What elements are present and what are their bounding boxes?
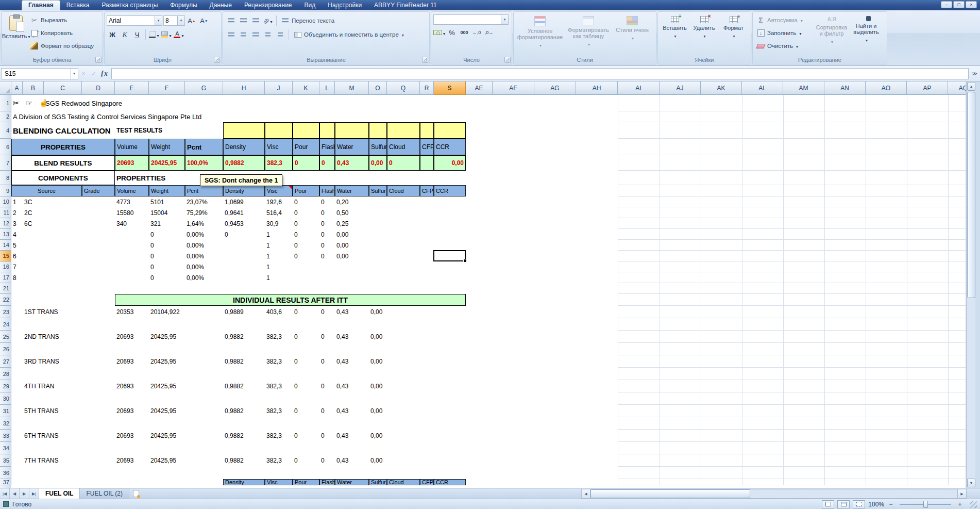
font-size-select[interactable]: 8 — [163, 15, 185, 26]
grid-cell[interactable]: 192,6 — [265, 196, 293, 207]
grid-cell[interactable]: Sulfur — [369, 479, 387, 485]
grid-cell[interactable]: 0 — [319, 251, 335, 261]
last-sheet-button[interactable]: ▶| — [29, 488, 39, 499]
column-header-S[interactable]: S — [434, 81, 466, 95]
ribbon-tab[interactable]: Надстройки — [322, 1, 368, 10]
grid-cell[interactable]: 3RD TRANS — [23, 355, 82, 368]
grid-cell[interactable]: TEST RESULTS — [115, 122, 185, 139]
grid-cell[interactable]: 0 — [293, 251, 319, 261]
grid-cell[interactable]: CCR — [434, 185, 466, 196]
grid-cell[interactable]: 30,9 — [265, 218, 293, 229]
cell-styles-button[interactable]: Стили ячеек — [613, 13, 652, 56]
grid-cell[interactable]: 1,0699 — [223, 196, 265, 207]
grid-cell[interactable]: 2C — [23, 207, 44, 218]
row-header-6[interactable]: 6 — [0, 139, 11, 155]
grid-cell[interactable]: 0 — [293, 454, 319, 467]
insert-cells-button[interactable]: + Вставить — [660, 13, 689, 56]
active-cell-outline[interactable] — [433, 250, 466, 261]
grid-cell[interactable]: SGS Redwood Singapore — [44, 95, 185, 111]
grid-cell[interactable]: 3C — [23, 196, 44, 207]
grid-cell[interactable]: 5TH TRANS — [23, 405, 82, 417]
grid-cell[interactable]: BLEND RESULTS — [11, 155, 115, 171]
fill-button[interactable]: ↓Заполнить — [755, 27, 815, 39]
grid-cell[interactable]: 0,00 — [335, 229, 369, 240]
column-header-Q[interactable]: Q — [387, 81, 420, 95]
grid-cell[interactable]: Visc — [265, 479, 293, 485]
row-header-25[interactable]: 25 — [0, 331, 11, 343]
grid-cell[interactable]: Cloud — [387, 479, 420, 485]
grid-cell[interactable]: Pour — [293, 479, 319, 485]
grid-cell[interactable]: 0,9882 — [223, 380, 265, 392]
ribbon-tab[interactable]: Данные — [204, 1, 238, 10]
grid-cell[interactable]: Pcnt — [185, 185, 223, 196]
horizontal-scrollbar[interactable]: ◀ ▶ — [581, 489, 967, 499]
grid-cell[interactable]: 20693 — [115, 405, 149, 417]
grid-cell[interactable]: 0 — [319, 405, 335, 417]
row-header-30[interactable]: 30 — [0, 392, 11, 405]
percent-format-button[interactable]: % — [446, 27, 458, 38]
column-header-AK[interactable]: AK — [701, 81, 742, 95]
orientation-button[interactable]: ab — [262, 15, 274, 26]
vertical-scroll-thumb[interactable] — [967, 92, 975, 298]
grid-cell[interactable]: Water — [335, 139, 369, 155]
column-header-AF[interactable]: AF — [493, 81, 534, 95]
column-header-G[interactable]: G — [185, 81, 223, 95]
grid-cell[interactable]: Density — [223, 479, 265, 485]
row-header-35[interactable]: 35 — [0, 454, 11, 467]
grid-cell[interactable] — [420, 122, 434, 139]
format-painter-button[interactable]: Формат по образцу — [28, 40, 95, 52]
column-header-K[interactable]: K — [293, 81, 319, 95]
grid-cell[interactable]: Weight — [149, 185, 185, 196]
grid-cell[interactable]: A Division of SGS Testing & Control Serv… — [11, 111, 265, 122]
grid-cell[interactable]: 1,64% — [185, 218, 223, 229]
grid-cell[interactable]: 0 — [293, 355, 319, 368]
grid-cell[interactable]: Volume — [115, 185, 149, 196]
grid-cell[interactable]: Flash — [319, 479, 335, 485]
macro-record-icon[interactable] — [3, 501, 9, 507]
grid-cell[interactable]: 0,00 — [335, 251, 369, 261]
grid-cell[interactable] — [293, 122, 319, 139]
grid-cell[interactable]: 0 — [319, 207, 335, 218]
zoom-out-button[interactable]: − — [887, 501, 894, 508]
insert-worksheet-button[interactable] — [129, 488, 143, 499]
grid-cell[interactable]: 0,20 — [335, 196, 369, 207]
grid-cell[interactable]: 0,00 — [369, 331, 387, 343]
grid-cell[interactable]: 0,00% — [185, 251, 223, 261]
grid-cell[interactable]: 0 — [293, 306, 319, 318]
row-header-17[interactable]: 17 — [0, 272, 11, 283]
first-sheet-button[interactable]: |◀ — [0, 488, 10, 499]
row-header-9[interactable]: 9 — [0, 185, 11, 196]
grid-cell[interactable]: 15004 — [149, 207, 185, 218]
page-layout-view-button[interactable] — [837, 500, 850, 508]
grid-cell[interactable] — [223, 122, 265, 139]
grid-cell[interactable] — [387, 122, 420, 139]
grid-cell[interactable]: 0 — [319, 229, 335, 240]
grid-cell[interactable]: CFPP — [420, 479, 434, 485]
grid-cell[interactable]: 75,29% — [185, 207, 223, 218]
grid-cell[interactable]: BLENDING CALCULATION — [11, 122, 115, 139]
row-header-37[interactable]: 37 — [0, 479, 11, 485]
grid-cell[interactable]: 0 — [293, 207, 319, 218]
grid-cell[interactable]: 0,00 — [369, 306, 387, 318]
scroll-up-arrow[interactable]: ▲ — [967, 82, 975, 91]
column-header-AQ[interactable]: AQ — [948, 81, 966, 95]
grid-cell[interactable]: Sulfur — [369, 139, 387, 155]
grid-cell[interactable]: 0 — [319, 218, 335, 229]
grid-cell[interactable]: 0 — [319, 380, 335, 392]
paste-button[interactable]: Вставить — [4, 13, 28, 56]
grid-cell[interactable]: Grade — [82, 185, 115, 196]
grid-cell[interactable] — [369, 122, 387, 139]
grid-cell[interactable]: 0,43 — [335, 454, 369, 467]
column-header-AL[interactable]: AL — [742, 81, 783, 95]
row-header-14[interactable]: 14 — [0, 240, 11, 251]
expand-formula-bar-icon[interactable]: ≫ — [971, 68, 979, 79]
grid-cell[interactable]: 15580 — [115, 207, 149, 218]
row-header-28[interactable]: 28 — [0, 368, 11, 380]
align-center-button[interactable] — [238, 29, 249, 40]
grid-cell[interactable] — [434, 122, 466, 139]
number-dialog-launcher[interactable] — [504, 57, 511, 63]
grid-cell[interactable]: 0,00 — [434, 155, 466, 171]
column-header-AJ[interactable]: AJ — [660, 81, 701, 95]
row-header-7[interactable]: 7 — [0, 155, 11, 171]
zoom-slider[interactable] — [900, 504, 951, 505]
